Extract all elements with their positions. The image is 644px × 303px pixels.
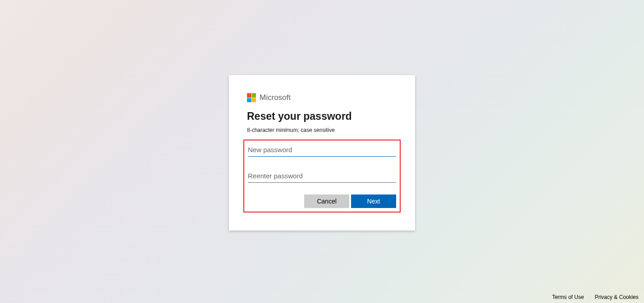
next-button[interactable]: Next <box>351 194 396 208</box>
brand-text: Microsoft <box>260 93 291 102</box>
brand-row: Microsoft <box>247 93 397 102</box>
reset-password-card: Microsoft Reset your password 8-characte… <box>229 75 415 231</box>
new-password-input[interactable] <box>248 143 396 157</box>
terms-link[interactable]: Terms of Use <box>552 294 584 300</box>
reenter-password-input[interactable] <box>248 169 396 183</box>
page-title: Reset your password <box>247 110 397 122</box>
highlight-box: Cancel Next <box>243 140 401 213</box>
button-row: Cancel Next <box>248 194 396 208</box>
microsoft-logo-icon <box>247 93 256 102</box>
footer-links: Terms of Use Privacy & Cookies <box>552 294 639 300</box>
password-hint: 8-character minimum; case sensitive <box>247 127 397 133</box>
cancel-button[interactable]: Cancel <box>304 194 349 208</box>
privacy-link[interactable]: Privacy & Cookies <box>595 294 639 300</box>
